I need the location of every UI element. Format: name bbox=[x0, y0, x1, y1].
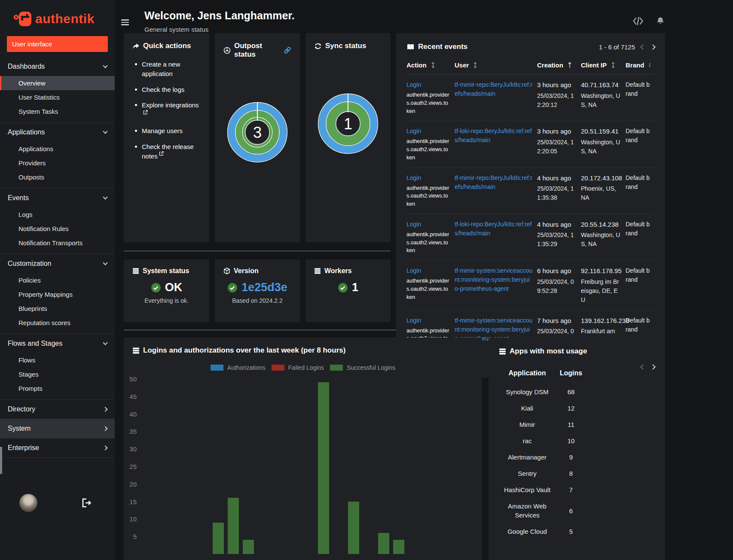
event-user-link[interactable]: tf-mimir-repo:BeryJu/k8s:ref:refs/heads/… bbox=[455, 174, 532, 190]
sidebar-item-applications[interactable]: Applications bbox=[0, 142, 115, 156]
outpost-icon bbox=[223, 47, 231, 54]
list-item: Explore integrations bbox=[132, 100, 201, 120]
sidebar-group-header-directory[interactable]: Directory bbox=[0, 400, 115, 419]
column-header-user[interactable]: User bbox=[455, 61, 537, 75]
apps-usage-card: Apps with most usage Application Logins … bbox=[489, 338, 665, 560]
event-action-link[interactable]: Login bbox=[406, 267, 421, 274]
sidebar-group-header-system[interactable]: System bbox=[0, 419, 115, 438]
pagination-label: 1 - 6 of 7125 bbox=[599, 43, 635, 51]
event-datetime: 25/03/2024, 12:20:05 bbox=[537, 138, 577, 156]
table-row: Amazon Web Services 6 bbox=[499, 502, 655, 520]
event-user-link[interactable]: tf-mimir-repo:BeryJu/k8s:ref:refs/heads/… bbox=[455, 81, 532, 97]
chevron-down-icon bbox=[103, 340, 107, 345]
sidebar-item-reputation-scores[interactable]: Reputation scores bbox=[0, 316, 115, 330]
column-header-client-ip[interactable]: Client IP bbox=[581, 61, 626, 75]
sidebar-item-notification-rules[interactable]: Notification Rules bbox=[0, 222, 115, 236]
sidebar-group-system: System bbox=[0, 419, 115, 438]
event-geo: Washington, US, NA bbox=[581, 138, 621, 156]
event-user-link[interactable]: tf-loki-repo:BeryJu/k8s:ref:refs/heads/m… bbox=[455, 221, 532, 237]
list-item: Create a new application bbox=[132, 60, 201, 79]
sidebar-group-header-customization[interactable]: Customization bbox=[0, 254, 115, 273]
release-notes-link[interactable]: Check the release notes bbox=[142, 143, 194, 160]
sidebar-group-dashboards: Dashboards Overview User Statistics Syst… bbox=[0, 57, 115, 122]
list-item: Check the release notes bbox=[132, 142, 201, 161]
event-user-link[interactable]: tf-mimir-system:serviceaccount:monitorin… bbox=[455, 267, 532, 292]
event-context: authentik.providers.oauth2.views.token bbox=[406, 91, 450, 115]
legend-item-authorizations[interactable]: Authorizations bbox=[211, 364, 266, 371]
event-action-link[interactable]: Login bbox=[406, 81, 421, 88]
hamburger-menu-button[interactable] bbox=[121, 18, 129, 27]
sync-status-donut: 1 bbox=[314, 85, 382, 162]
sidebar-item-blueprints[interactable]: Blueprints bbox=[0, 301, 115, 316]
event-action-link[interactable]: Login bbox=[406, 221, 421, 228]
package-icon bbox=[223, 268, 230, 274]
notifications-bell-icon[interactable] bbox=[656, 16, 665, 26]
sidebar-group-label: Directory bbox=[8, 405, 35, 413]
sidebar-group-label: System bbox=[8, 425, 31, 432]
workers-title: Workers bbox=[324, 267, 352, 275]
app-name: HashiCorp Vault bbox=[499, 485, 556, 494]
app-name: Google Cloud bbox=[499, 527, 556, 536]
authentik-logo: authentik bbox=[14, 11, 115, 27]
manage-users-link[interactable]: Manage users bbox=[142, 127, 183, 134]
legend-item-failed-logins[interactable]: Failed Logins bbox=[272, 364, 324, 371]
event-time-ago: 4 hours ago bbox=[537, 173, 577, 183]
event-action-link[interactable]: Login bbox=[406, 174, 421, 181]
sidebar-item-stages[interactable]: Stages bbox=[0, 367, 115, 381]
event-user-link[interactable]: tf-loki-repo:BeryJu/k8s:ref:refs/heads/m… bbox=[455, 128, 532, 143]
sidebar-group-label: Dashboards bbox=[8, 63, 45, 70]
sidebar-item-logs[interactable]: Logs bbox=[0, 207, 115, 222]
version-link[interactable]: 1e25d3e bbox=[241, 281, 287, 294]
create-application-link[interactable]: Create a new application bbox=[142, 61, 180, 77]
sidebar-item-overview[interactable]: Overview bbox=[0, 76, 115, 90]
logout-icon[interactable] bbox=[81, 498, 92, 508]
event-action-link[interactable]: Login bbox=[406, 317, 421, 324]
sidebar-group-header-flows-and-stages[interactable]: Flows and Stages bbox=[0, 334, 115, 353]
event-time-ago: 6 hours ago bbox=[537, 266, 577, 276]
legend-item-successful-logins[interactable]: Successful Logins bbox=[330, 364, 395, 371]
sidebar-item-providers[interactable]: Providers bbox=[0, 156, 115, 170]
chart-bar-successful-logins bbox=[318, 382, 329, 554]
sidebar-group-header-applications[interactable]: Applications bbox=[0, 123, 115, 142]
user-interface-button[interactable]: User interface bbox=[7, 36, 108, 52]
pagination-next-icon[interactable] bbox=[650, 44, 656, 50]
link-icon[interactable] bbox=[284, 46, 291, 54]
sidebar-item-outposts[interactable]: Outposts bbox=[0, 170, 115, 184]
sidebar-item-prompts[interactable]: Prompts bbox=[0, 381, 115, 396]
event-brand: Default brand bbox=[626, 81, 650, 97]
sidebar-item-property-mappings[interactable]: Property Mappings bbox=[0, 287, 115, 301]
sidebar-item-user-statistics[interactable]: User Statistics bbox=[0, 90, 115, 104]
sidebar-item-notification-transports[interactable]: Notification Transports bbox=[0, 236, 115, 250]
sidebar-group-header-enterprise[interactable]: Enterprise bbox=[0, 438, 115, 457]
sidebar-scrollbar[interactable] bbox=[0, 447, 2, 474]
explore-integrations-link[interactable]: Explore integrations bbox=[142, 101, 199, 109]
api-code-icon[interactable] bbox=[632, 17, 644, 25]
external-link-icon bbox=[143, 110, 148, 115]
event-brand: Default brand bbox=[626, 174, 650, 190]
event-context: authentik.providers.oauth2.views.token bbox=[406, 277, 450, 301]
table-row: Loginauthentik.providers.oauth2.views.to… bbox=[406, 121, 655, 167]
sync-status-value: 1 bbox=[344, 115, 352, 133]
column-header-creation[interactable]: Creation bbox=[537, 61, 581, 75]
check-logs-link[interactable]: Check the logs bbox=[142, 86, 184, 93]
table-row: Loginauthentik.providers.oauth2.views.to… bbox=[406, 75, 655, 121]
sidebar-group-header-events[interactable]: Events bbox=[0, 189, 115, 207]
sidebar-item-flows[interactable]: Flows bbox=[0, 353, 115, 367]
sidebar-item-system-tasks[interactable]: System Tasks bbox=[0, 104, 115, 119]
column-header-brand[interactable]: Brand bbox=[626, 61, 655, 75]
system-status-card: System status OK Everything is ok. bbox=[124, 259, 209, 322]
column-header-action[interactable]: Action bbox=[406, 61, 455, 75]
avatar[interactable] bbox=[19, 494, 37, 512]
system-status-title: System status bbox=[143, 267, 189, 275]
app-name: Amazon Web Services bbox=[499, 502, 556, 520]
sidebar-nav: Dashboards Overview User Statistics Syst… bbox=[0, 57, 115, 458]
event-action-link[interactable]: Login bbox=[406, 128, 421, 134]
event-datetime: 25/03/2024, 12:20:12 bbox=[537, 91, 577, 110]
pagination-prev-icon[interactable] bbox=[640, 44, 646, 50]
sidebar-group-header-dashboards[interactable]: Dashboards bbox=[0, 57, 115, 76]
legend-swatch-green bbox=[330, 365, 343, 371]
legend-swatch-blue bbox=[211, 365, 223, 371]
chart-bar-successful-logins bbox=[228, 498, 239, 554]
workers-value: 1 bbox=[352, 281, 358, 294]
sidebar-item-policies[interactable]: Policies bbox=[0, 273, 115, 287]
